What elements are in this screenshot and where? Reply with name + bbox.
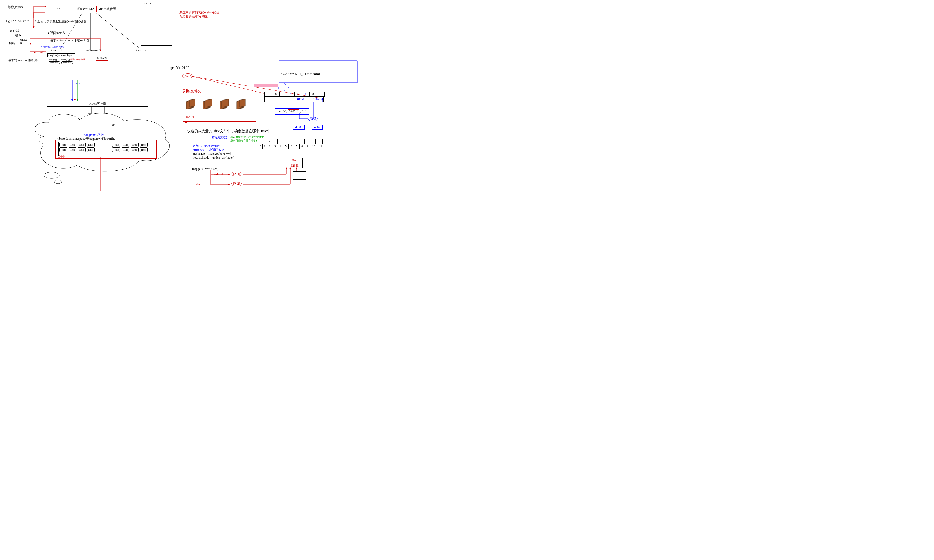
hflie-item: Hflie: [140, 143, 148, 147]
hfile-group-box: Hflie Hflie Hflie Hflie Hflie Hflie Hfli…: [55, 140, 157, 158]
bit-3451: 3451: [294, 97, 309, 102]
hashcode-label: hashcode: [213, 172, 225, 176]
bit-cell: 0: [272, 92, 280, 97]
idx: 8: [299, 144, 305, 149]
ds-box: 数组--> index:(value) arr[index] 一次返回数据 Ha…: [191, 143, 255, 161]
hflie-item: Hflie: [122, 143, 129, 147]
step1-label: 1 get "a", "rk0010": [6, 19, 29, 23]
idx: 11: [317, 144, 324, 149]
rs1-mem1: MEMstore: [48, 62, 60, 64]
hflie-item: Hflie: [59, 143, 67, 147]
idx: 0: [258, 144, 263, 149]
put-rk001: "rk001": [288, 109, 299, 114]
step4-label: 4 返回meta表: [48, 31, 65, 35]
hflie-item: Hflie: [69, 143, 77, 147]
put-a: put "a",: [277, 109, 288, 113]
idx: 10: [310, 144, 317, 149]
get-rk-label: get "rk1010": [170, 66, 189, 70]
hflie-item: Hflie: [78, 148, 86, 152]
svg-point-10: [54, 180, 62, 183]
idx: 9: [305, 144, 310, 149]
bit-info: 1k=1024*8bit 1万 1010100101: [281, 72, 320, 77]
svg-rect-25: [223, 99, 229, 107]
bloom-note1: 确定数据绝对不在这个文件中，: [230, 135, 267, 139]
bit-cell: 0: [317, 92, 325, 97]
bit-cell: 0: [265, 92, 272, 97]
rs1-store1-l: store(列族): [48, 58, 60, 61]
bit-cell: 0: [294, 92, 302, 97]
title-box: 读数据流程: [6, 4, 26, 10]
put-c: , "...": [300, 109, 306, 113]
index-grid: a 0 1 2 3 4 5 6 7 8 9 10 11: [258, 139, 329, 149]
client-title: 客户端: [9, 29, 19, 33]
sys-note-l2: 置和起始结束的行建....: [179, 15, 219, 19]
hfile-right: Hflie Hflie Hflie Hflie Hflie Hflie Hfli…: [111, 142, 155, 156]
rs1-region: a:region(start~endkey): [48, 53, 75, 57]
step3-label: 3 请求regionserver2 下载meta表: [48, 38, 89, 43]
bit-cell: 1: [287, 92, 294, 97]
fast-locate: 快速的从大量的Hflie文件中，确定数据在哪个Hfile中: [187, 129, 271, 134]
bit-cell: 0: [279, 92, 287, 97]
white-block: [249, 57, 279, 87]
idx: 2: [267, 144, 273, 149]
user-header: User: [287, 158, 303, 163]
master-box: [140, 5, 172, 46]
folder-row: [183, 97, 256, 114]
hflie-item: Hflie: [59, 148, 67, 152]
hdfs-label: HDFS: [108, 123, 116, 127]
rs1-store1: store(列族) MEMstore: [48, 58, 60, 65]
bit-cell: 0: [309, 92, 317, 97]
bloom-label: 布隆过滤器: [211, 135, 227, 139]
hflie-item: Hflie: [112, 143, 120, 147]
user-val: 12341: [287, 163, 303, 168]
rs2-meta: META表: [96, 56, 108, 61]
n4567-box: 4567: [312, 125, 322, 130]
hflie-item: Hflie: [78, 143, 86, 147]
ds-l2: arr[index] 一次返回数据: [193, 148, 253, 152]
folder-box: 100 2: [183, 97, 256, 122]
hflie-item: Hflie: [87, 148, 95, 152]
ellipse-4567: 4567: [182, 74, 193, 78]
svg-rect-28: [240, 99, 245, 107]
sys-note-l1: 系统中所有的表的regions的位: [179, 10, 219, 15]
ds-l4: key.hashcode-->index--arr[index]: [193, 156, 253, 160]
client-cache: 5 缓存: [12, 34, 21, 38]
client-parse: 解析: [9, 41, 15, 45]
idx: 6: [288, 144, 294, 149]
bit-row2: 3451 4567: [265, 97, 324, 102]
rs-write: write: [76, 82, 81, 84]
rs1-box: a:region(start~endkey) store(列族) MEMstor…: [46, 51, 81, 80]
hflie-item: Hflie: [140, 148, 148, 152]
svg-point-9: [44, 172, 59, 178]
hflie-item: Hflie: [131, 148, 139, 152]
small-box: [293, 171, 306, 180]
rs3-box: [132, 51, 167, 80]
user-table: User 12341: [258, 158, 331, 168]
idx: 4: [277, 144, 283, 149]
rs1-mem2: MEMstore: [62, 62, 73, 64]
hflie-item: Hflie: [87, 143, 95, 147]
master-label: master: [145, 1, 153, 5]
bit-cell: 1: [302, 92, 310, 97]
map-put: map.put("zss", User): [192, 167, 218, 171]
ds-l3: HashMap-->map.get(key) 一次: [193, 152, 253, 156]
step2-label: 2 返回记录表数据位置的meta表的机器: [35, 19, 86, 24]
svg-line-4: [96, 12, 142, 50]
svg-rect-22: [206, 99, 212, 107]
zk-meta-button[interactable]: META表位置: [97, 6, 118, 12]
hashcode-12341-b: 12341: [231, 182, 242, 186]
zk-path: /hbase/META: [77, 7, 94, 11]
hundred-label: 100个: [57, 154, 65, 159]
hfile-left: Hflie Hflie Hflie Hflie Hflie Hflie Hfli…: [58, 142, 109, 156]
zk-label: ZK: [57, 7, 61, 11]
client-meta: META表: [19, 38, 30, 45]
hflie-item: Hflie: [112, 148, 120, 152]
sys-note: 系统中所有的表的regions的位 置和起始结束的行建....: [179, 10, 219, 19]
step6-label: 6 请求对应region的机器: [6, 58, 38, 62]
grid-a: a: [267, 139, 272, 144]
rs2-box: META表: [85, 51, 120, 80]
put-box: put "a", "rk001" , "...": [275, 108, 309, 115]
rs1-note3: 到缓存中去找数据: [70, 58, 86, 61]
idx: 5: [283, 144, 289, 149]
zk-box: ZK /hbase/META META表位置: [46, 5, 123, 13]
